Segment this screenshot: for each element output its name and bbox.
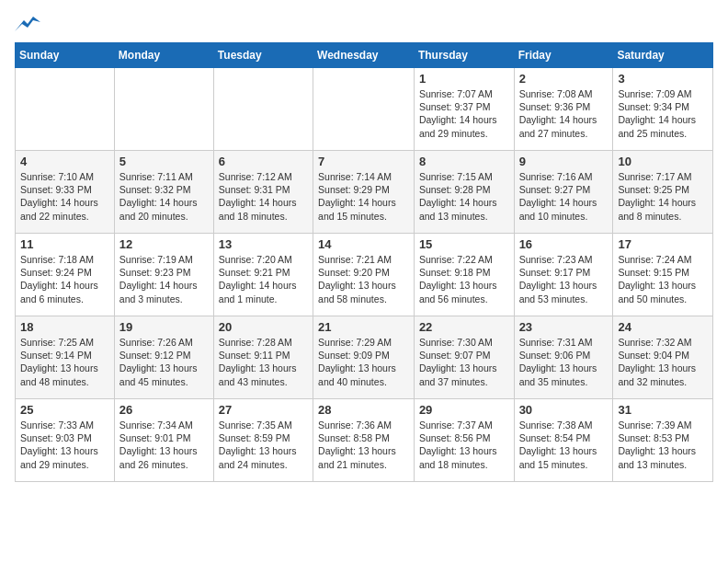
day-info: Sunrise: 7:34 AM Sunset: 9:01 PM Dayligh… [119,419,209,471]
day-info: Sunrise: 7:31 AM Sunset: 9:06 PM Dayligh… [519,336,609,388]
logo [15,15,44,35]
day-info: Sunrise: 7:26 AM Sunset: 9:12 PM Dayligh… [119,336,209,388]
day-info: Sunrise: 7:11 AM Sunset: 9:32 PM Dayligh… [119,170,209,223]
day-number: 29 [419,403,509,417]
calendar-cell [16,68,115,151]
day-info: Sunrise: 7:32 AM Sunset: 9:04 PM Dayligh… [618,336,708,388]
calendar-cell: 17Sunrise: 7:24 AM Sunset: 9:15 PM Dayli… [613,234,713,316]
calendar-cell: 31Sunrise: 7:39 AM Sunset: 8:53 PM Dayli… [613,399,713,482]
week-row-3: 11Sunrise: 7:18 AM Sunset: 9:24 PM Dayli… [16,234,713,316]
day-number: 6 [219,155,308,168]
day-number: 8 [419,155,509,168]
day-info: Sunrise: 7:09 AM Sunset: 9:34 PM Dayligh… [618,87,708,140]
week-row-4: 18Sunrise: 7:25 AM Sunset: 9:14 PM Dayli… [16,316,713,399]
day-info: Sunrise: 7:10 AM Sunset: 9:33 PM Dayligh… [20,170,109,223]
day-info: Sunrise: 7:29 AM Sunset: 9:09 PM Dayligh… [318,336,409,388]
day-number: 18 [20,320,109,334]
day-info: Sunrise: 7:15 AM Sunset: 9:28 PM Dayligh… [419,170,509,223]
day-info: Sunrise: 7:25 AM Sunset: 9:14 PM Dayligh… [20,336,109,388]
weekday-header-friday: Friday [514,43,613,68]
day-number: 15 [419,237,509,251]
day-number: 21 [318,320,409,334]
day-info: Sunrise: 7:12 AM Sunset: 9:31 PM Dayligh… [219,170,308,223]
calendar-cell: 12Sunrise: 7:19 AM Sunset: 9:23 PM Dayli… [114,234,213,316]
day-info: Sunrise: 7:20 AM Sunset: 9:21 PM Dayligh… [219,253,308,305]
day-number: 4 [20,155,109,168]
calendar-cell: 21Sunrise: 7:29 AM Sunset: 9:09 PM Dayli… [313,316,415,399]
calendar-cell: 13Sunrise: 7:20 AM Sunset: 9:21 PM Dayli… [213,234,313,316]
calendar-cell: 19Sunrise: 7:26 AM Sunset: 9:12 PM Dayli… [114,316,213,399]
weekday-header-thursday: Thursday [414,43,514,68]
day-number: 24 [618,320,708,334]
calendar-cell: 6Sunrise: 7:12 AM Sunset: 9:31 PM Daylig… [213,151,313,234]
day-info: Sunrise: 7:37 AM Sunset: 8:56 PM Dayligh… [419,419,509,471]
calendar-cell [114,68,213,151]
day-number: 26 [119,403,209,417]
calendar-cell: 10Sunrise: 7:17 AM Sunset: 9:25 PM Dayli… [613,151,713,234]
day-info: Sunrise: 7:22 AM Sunset: 9:18 PM Dayligh… [419,253,509,305]
day-number: 30 [519,403,609,417]
day-number: 2 [519,72,609,86]
day-number: 22 [419,320,509,334]
day-info: Sunrise: 7:23 AM Sunset: 9:17 PM Dayligh… [519,253,609,305]
calendar-cell: 22Sunrise: 7:30 AM Sunset: 9:07 PM Dayli… [414,316,514,399]
day-number: 27 [219,403,308,417]
day-info: Sunrise: 7:14 AM Sunset: 9:29 PM Dayligh… [318,170,409,223]
week-row-2: 4Sunrise: 7:10 AM Sunset: 9:33 PM Daylig… [16,151,713,234]
day-info: Sunrise: 7:24 AM Sunset: 9:15 PM Dayligh… [618,253,708,305]
day-info: Sunrise: 7:36 AM Sunset: 8:58 PM Dayligh… [318,419,409,471]
calendar-cell: 23Sunrise: 7:31 AM Sunset: 9:06 PM Dayli… [514,316,613,399]
day-number: 19 [119,320,209,334]
day-number: 17 [618,237,708,251]
calendar-cell: 1Sunrise: 7:07 AM Sunset: 9:37 PM Daylig… [414,68,514,151]
day-info: Sunrise: 7:21 AM Sunset: 9:20 PM Dayligh… [318,253,409,305]
calendar-table: SundayMondayTuesdayWednesdayThursdayFrid… [15,42,713,482]
day-info: Sunrise: 7:33 AM Sunset: 9:03 PM Dayligh… [20,419,109,471]
calendar-cell: 27Sunrise: 7:35 AM Sunset: 8:59 PM Dayli… [213,399,313,482]
day-number: 16 [519,237,609,251]
day-info: Sunrise: 7:30 AM Sunset: 9:07 PM Dayligh… [419,336,509,388]
day-info: Sunrise: 7:18 AM Sunset: 9:24 PM Dayligh… [20,253,109,305]
calendar-cell: 30Sunrise: 7:38 AM Sunset: 8:54 PM Dayli… [514,399,613,482]
day-number: 11 [20,237,109,251]
calendar-cell: 5Sunrise: 7:11 AM Sunset: 9:32 PM Daylig… [114,151,213,234]
day-number: 25 [20,403,109,417]
day-info: Sunrise: 7:19 AM Sunset: 9:23 PM Dayligh… [119,253,209,305]
calendar-cell: 24Sunrise: 7:32 AM Sunset: 9:04 PM Dayli… [613,316,713,399]
day-number: 31 [618,403,708,417]
calendar-cell [313,68,415,151]
calendar-cell: 4Sunrise: 7:10 AM Sunset: 9:33 PM Daylig… [16,151,115,234]
day-info: Sunrise: 7:16 AM Sunset: 9:27 PM Dayligh… [519,170,609,223]
day-info: Sunrise: 7:08 AM Sunset: 9:36 PM Dayligh… [519,87,609,140]
weekday-header-saturday: Saturday [613,43,713,68]
calendar-cell: 3Sunrise: 7:09 AM Sunset: 9:34 PM Daylig… [613,68,713,151]
day-number: 1 [419,72,509,86]
day-number: 9 [519,155,609,168]
calendar-cell [213,68,313,151]
calendar-cell: 28Sunrise: 7:36 AM Sunset: 8:58 PM Dayli… [313,399,415,482]
weekday-header-sunday: Sunday [16,43,115,68]
calendar-cell: 15Sunrise: 7:22 AM Sunset: 9:18 PM Dayli… [414,234,514,316]
calendar-cell: 14Sunrise: 7:21 AM Sunset: 9:20 PM Dayli… [313,234,415,316]
logo-bird-icon [15,15,40,35]
day-number: 5 [119,155,209,168]
svg-marker-0 [15,17,40,31]
day-number: 13 [219,237,308,251]
weekday-header-wednesday: Wednesday [313,43,415,68]
day-info: Sunrise: 7:35 AM Sunset: 8:59 PM Dayligh… [219,419,308,471]
day-number: 3 [618,72,708,86]
day-number: 12 [119,237,209,251]
day-info: Sunrise: 7:07 AM Sunset: 9:37 PM Dayligh… [419,87,509,140]
weekday-header-tuesday: Tuesday [213,43,313,68]
day-number: 20 [219,320,308,334]
weekday-header-row: SundayMondayTuesdayWednesdayThursdayFrid… [16,43,713,68]
calendar-cell: 18Sunrise: 7:25 AM Sunset: 9:14 PM Dayli… [16,316,115,399]
calendar-cell: 25Sunrise: 7:33 AM Sunset: 9:03 PM Dayli… [16,399,115,482]
calendar-cell: 20Sunrise: 7:28 AM Sunset: 9:11 PM Dayli… [213,316,313,399]
calendar-cell: 9Sunrise: 7:16 AM Sunset: 9:27 PM Daylig… [514,151,613,234]
calendar-cell: 11Sunrise: 7:18 AM Sunset: 9:24 PM Dayli… [16,234,115,316]
calendar-cell: 26Sunrise: 7:34 AM Sunset: 9:01 PM Dayli… [114,399,213,482]
day-info: Sunrise: 7:39 AM Sunset: 8:53 PM Dayligh… [618,419,708,471]
calendar-cell: 8Sunrise: 7:15 AM Sunset: 9:28 PM Daylig… [414,151,514,234]
day-info: Sunrise: 7:17 AM Sunset: 9:25 PM Dayligh… [618,170,708,223]
